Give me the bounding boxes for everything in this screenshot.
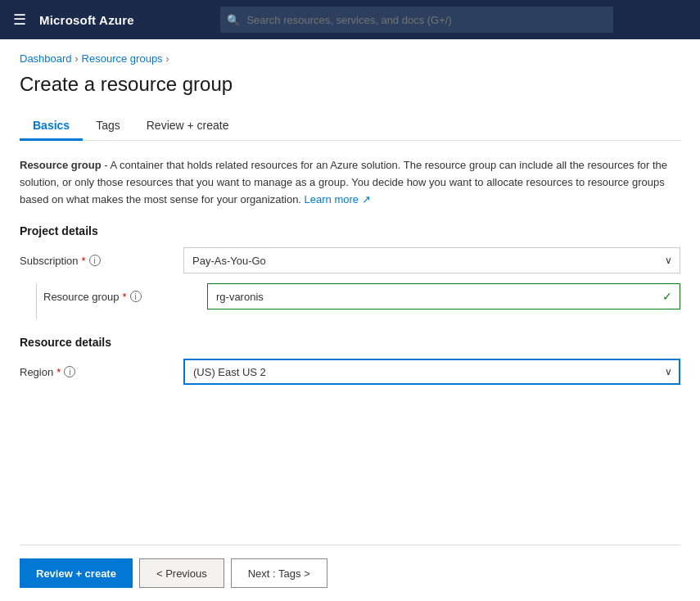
main-content: Dashboard › Resource groups › Create a r… bbox=[0, 39, 700, 601]
top-navigation: ☰ Microsoft Azure 🔍 bbox=[0, 0, 700, 39]
subscription-required: * bbox=[82, 255, 86, 267]
subscription-control: Pay-As-You-Go ∨ bbox=[183, 247, 680, 273]
resource-details-heading: Resource details bbox=[20, 336, 680, 349]
resource-group-info-icon[interactable]: i bbox=[130, 291, 142, 302]
tab-basics[interactable]: Basics bbox=[20, 112, 83, 141]
tab-review-create[interactable]: Review + create bbox=[133, 112, 242, 141]
tab-tags[interactable]: Tags bbox=[83, 112, 133, 141]
region-label: Region * i bbox=[20, 366, 183, 378]
search-bar: 🔍 bbox=[220, 7, 613, 33]
review-create-button[interactable]: Review + create bbox=[20, 558, 133, 588]
resource-group-input[interactable] bbox=[207, 283, 680, 310]
external-link-icon: ↗ bbox=[362, 193, 371, 206]
region-required: * bbox=[56, 366, 61, 378]
region-control: (US) East US 2 (US) East US (US) West US… bbox=[183, 359, 680, 385]
resource-group-row: Resource group * i ✓ bbox=[43, 283, 680, 310]
next-button[interactable]: Next : Tags > bbox=[231, 558, 327, 588]
resource-group-indent-row: Resource group * i ✓ bbox=[20, 283, 680, 319]
description-bold: Resource group bbox=[20, 159, 102, 171]
breadcrumb-sep-2: › bbox=[166, 53, 169, 65]
tab-bar: Basics Tags Review + create bbox=[20, 112, 680, 141]
project-details-section: Project details Subscription * i Pay-As-… bbox=[20, 224, 680, 319]
breadcrumb: Dashboard › Resource groups › bbox=[20, 52, 680, 65]
resource-group-control: ✓ bbox=[207, 283, 680, 310]
resource-group-label: Resource group * i bbox=[43, 291, 207, 303]
subscription-select[interactable]: Pay-As-You-Go bbox=[183, 247, 680, 273]
resource-group-valid-icon: ✓ bbox=[662, 290, 672, 303]
project-details-heading: Project details bbox=[20, 224, 680, 237]
learn-more-link[interactable]: Learn more ↗ bbox=[305, 193, 371, 206]
breadcrumb-dashboard[interactable]: Dashboard bbox=[20, 52, 72, 65]
resource-details-section: Resource details Region * i (US) East US… bbox=[20, 336, 680, 395]
description-text: Resource group - A container that holds … bbox=[20, 157, 680, 208]
region-info-icon[interactable]: i bbox=[64, 366, 75, 377]
region-select[interactable]: (US) East US 2 (US) East US (US) West US… bbox=[183, 359, 680, 385]
resource-group-required: * bbox=[123, 291, 127, 303]
resource-group-content: Resource group * i ✓ bbox=[43, 283, 680, 319]
breadcrumb-sep-1: › bbox=[75, 53, 79, 65]
previous-button[interactable]: < Previous bbox=[139, 558, 224, 588]
region-row: Region * i (US) East US 2 (US) East US (… bbox=[20, 359, 680, 385]
footer: Review + create < Previous Next : Tags > bbox=[20, 545, 680, 601]
subscription-label: Subscription * i bbox=[20, 255, 183, 267]
page-title: Create a resource group bbox=[20, 73, 680, 96]
subscription-info-icon[interactable]: i bbox=[89, 255, 101, 266]
hamburger-icon[interactable]: ☰ bbox=[13, 11, 26, 29]
search-input[interactable] bbox=[220, 7, 613, 33]
indent-line bbox=[36, 283, 37, 319]
app-brand: Microsoft Azure bbox=[39, 13, 134, 27]
breadcrumb-resource-groups[interactable]: Resource groups bbox=[82, 52, 163, 65]
subscription-row: Subscription * i Pay-As-You-Go ∨ bbox=[20, 247, 680, 273]
search-icon: 🔍 bbox=[227, 14, 240, 26]
